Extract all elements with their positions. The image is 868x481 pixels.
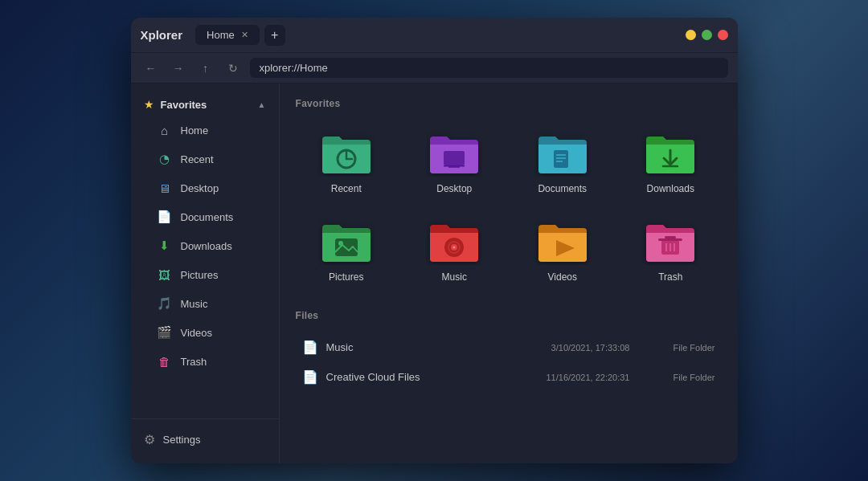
sidebar-trash-label: Trash <box>181 356 207 368</box>
home-icon: ⌂ <box>157 122 173 138</box>
trash-folder-icon <box>642 217 698 265</box>
sidebar-item-documents[interactable]: 📄 Documents <box>137 203 272 230</box>
sidebar-item-downloads[interactable]: ⬇ Downloads <box>137 232 272 259</box>
sidebar-recent-label: Recent <box>181 153 214 165</box>
recent-icon: ◔ <box>157 151 173 167</box>
address-bar[interactable] <box>250 58 728 78</box>
maximize-button[interactable] <box>702 30 712 40</box>
trash-icon: 🗑 <box>157 353 173 369</box>
sidebar-item-videos[interactable]: 🎬 Videos <box>137 319 272 346</box>
music-folder-icon <box>426 217 482 265</box>
back-button[interactable]: ← <box>141 58 162 79</box>
close-button[interactable] <box>718 30 728 40</box>
file-music-name: Music <box>326 341 543 353</box>
settings-item[interactable]: ⚙ Settings <box>131 426 279 454</box>
folder-documents[interactable]: Documents <box>512 120 614 202</box>
sidebar-item-music[interactable]: 🎵 Music <box>137 290 272 317</box>
music-icon: 🎵 <box>157 296 173 312</box>
app-title: Xplorer <box>141 28 183 42</box>
recent-folder-label: Recent <box>331 183 362 194</box>
main-area: ★ Favorites ▲ ⌂ Home ◔ Recent 🖥 Desktop … <box>131 84 738 463</box>
folder-pictures[interactable]: Pictures <box>296 209 398 291</box>
tab-close-icon[interactable]: ✕ <box>241 30 248 40</box>
documents-folder-label: Documents <box>538 183 587 194</box>
refresh-button[interactable]: ↻ <box>223 58 244 79</box>
sidebar-item-recent[interactable]: ◔ Recent <box>137 145 272 173</box>
videos-icon: 🎬 <box>157 324 173 340</box>
up-button[interactable]: ↑ <box>195 58 216 79</box>
videos-folder-label: Videos <box>548 271 577 283</box>
folder-videos[interactable]: Videos <box>512 209 614 291</box>
svg-rect-20 <box>658 238 682 241</box>
documents-icon: 📄 <box>157 209 173 225</box>
minimize-button[interactable] <box>686 30 696 40</box>
folder-trash[interactable]: Trash <box>620 209 722 291</box>
folder-desktop[interactable]: Desktop <box>403 120 506 202</box>
documents-folder-icon <box>534 128 591 177</box>
favorites-star-icon: ★ <box>144 98 154 111</box>
sidebar: ★ Favorites ▲ ⌂ Home ◔ Recent 🖥 Desktop … <box>131 84 280 463</box>
music-folder-label: Music <box>442 271 467 283</box>
content-area: Favorites Recent <box>280 84 738 463</box>
file-row-creative-cloud[interactable]: 📄 Creative Cloud Files 11/16/2021, 22:20… <box>296 362 722 392</box>
sidebar-downloads-label: Downloads <box>181 240 232 252</box>
sidebar-desktop-label: Desktop <box>181 182 219 194</box>
app-window: Xplorer Home ✕ + ← → ↑ ↻ ★ Favorites ▲ <box>131 18 738 463</box>
folder-downloads[interactable]: Downloads <box>620 120 722 202</box>
folder-recent[interactable]: Recent <box>296 120 398 202</box>
file-creative-cloud-name: Creative Cloud Files <box>326 371 538 383</box>
file-row-music[interactable]: 📄 Music 3/10/2021, 17:33:08 File Folder <box>296 332 722 362</box>
downloads-folder-icon <box>642 128 698 177</box>
sidebar-bottom: ⚙ Settings <box>131 418 279 454</box>
home-tab[interactable]: Home ✕ <box>195 25 260 45</box>
file-music-date: 3/10/2021, 17:33:08 <box>551 343 630 353</box>
navbar: ← → ↑ ↻ <box>131 53 738 84</box>
svg-point-17 <box>453 247 456 249</box>
settings-label: Settings <box>163 434 201 446</box>
sidebar-home-label: Home <box>181 124 209 137</box>
videos-folder-icon <box>534 217 591 265</box>
tab-label: Home <box>207 29 235 41</box>
pictures-folder-icon <box>318 217 375 265</box>
sidebar-pictures-label: Pictures <box>181 269 219 281</box>
svg-rect-3 <box>444 151 465 165</box>
forward-button[interactable]: → <box>168 58 189 79</box>
settings-gear-icon: ⚙ <box>144 432 155 447</box>
window-controls <box>686 30 728 40</box>
titlebar: Xplorer Home ✕ + <box>131 18 738 53</box>
downloads-folder-label: Downloads <box>647 183 694 194</box>
file-creative-cloud-type: File Folder <box>651 373 715 382</box>
new-tab-button[interactable]: + <box>264 25 285 46</box>
file-creative-cloud-icon: 📄 <box>302 369 318 385</box>
sidebar-section-label: Favorites <box>161 99 252 111</box>
folder-music[interactable]: Music <box>403 209 506 291</box>
desktop-icon: 🖥 <box>157 180 173 196</box>
sidebar-item-pictures[interactable]: 🖼 Pictures <box>137 261 272 288</box>
file-music-type: File Folder <box>651 343 715 353</box>
sidebar-item-home[interactable]: ⌂ Home <box>137 116 272 144</box>
pictures-icon: 🖼 <box>157 267 173 283</box>
sidebar-item-trash[interactable]: 🗑 Trash <box>137 348 272 375</box>
file-creative-cloud-date: 11/16/2021, 22:20:31 <box>546 373 629 382</box>
favorites-section-header[interactable]: ★ Favorites ▲ <box>131 93 279 116</box>
favorites-chevron-icon: ▲ <box>258 100 266 109</box>
favorites-section-title: Favorites <box>296 98 722 109</box>
sidebar-videos-label: Videos <box>181 327 213 339</box>
trash-folder-label: Trash <box>658 271 682 283</box>
downloads-icon: ⬇ <box>157 238 173 254</box>
files-section-title: Files <box>296 310 722 321</box>
sidebar-item-desktop[interactable]: 🖥 Desktop <box>137 174 272 202</box>
desktop-folder-icon <box>426 128 482 177</box>
desktop-folder-label: Desktop <box>436 183 472 194</box>
pictures-folder-label: Pictures <box>329 271 363 283</box>
svg-rect-5 <box>444 165 465 167</box>
svg-rect-6 <box>554 150 568 168</box>
recent-folder-icon <box>318 128 375 177</box>
svg-rect-21 <box>665 236 676 238</box>
favorites-grid: Recent Desktop <box>296 120 722 291</box>
tab-bar: Home ✕ + <box>195 25 678 46</box>
file-music-icon: 📄 <box>302 340 318 355</box>
sidebar-music-label: Music <box>181 298 208 310</box>
sidebar-documents-label: Documents <box>181 211 234 223</box>
